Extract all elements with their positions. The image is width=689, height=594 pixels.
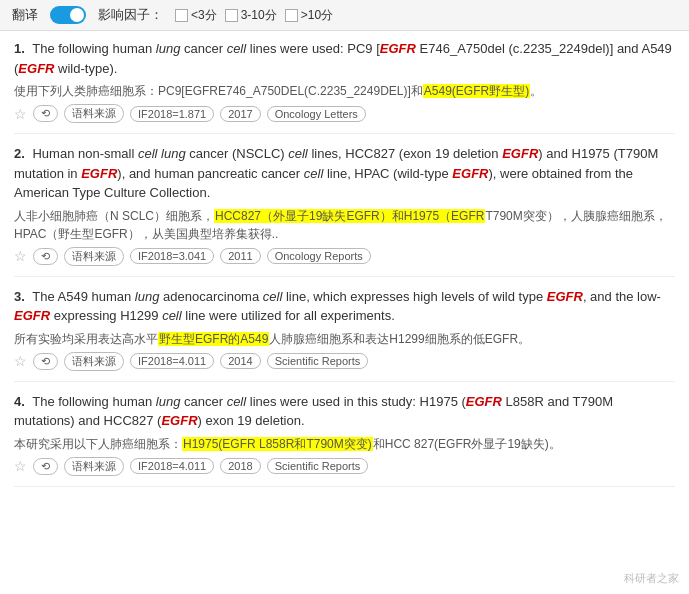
result-3-recycle[interactable]: ⟲ xyxy=(33,353,58,370)
filter-gt10[interactable]: >10分 xyxy=(285,7,333,24)
result-3-star[interactable]: ☆ xyxy=(14,353,27,369)
result-3-meta: ☆ ⟲ 语料来源 IF2018=4.011 2014 Scientific Re… xyxy=(14,352,675,371)
watermark: 科研者之家 xyxy=(624,571,679,586)
filter-3to10[interactable]: 3-10分 xyxy=(225,7,277,24)
filter-label: 影响因子： xyxy=(98,6,163,24)
top-bar: 翻译 影响因子： <3分 3-10分 >10分 xyxy=(0,0,689,31)
checkbox-lt3[interactable] xyxy=(175,9,188,22)
filter-lt3[interactable]: <3分 xyxy=(175,7,217,24)
result-1-year: 2017 xyxy=(220,106,260,122)
result-4-star[interactable]: ☆ xyxy=(14,458,27,474)
checkbox-3to10[interactable] xyxy=(225,9,238,22)
results-container: 1. The following human lung cancer cell … xyxy=(0,31,689,505)
translate-toggle[interactable] xyxy=(50,6,86,24)
filter-lt3-label: <3分 xyxy=(191,7,217,24)
result-3-cn: 所有实验均采用表达高水平野生型EGFR的A549人肺腺癌细胞系和表达H1299细… xyxy=(14,330,675,348)
toggle-knob xyxy=(70,8,84,22)
filter-options: <3分 3-10分 >10分 xyxy=(175,7,333,24)
result-4-number: 4. xyxy=(14,394,25,409)
result-item-4: 4. The following human lung cancer cell … xyxy=(14,392,675,487)
result-1-meta: ☆ ⟲ 语料来源 IF2018=1.871 2017 Oncology Lett… xyxy=(14,104,675,123)
result-4-year: 2018 xyxy=(220,458,260,474)
result-4-cn: 本研究采用以下人肺癌细胞系：H1975(EGFR L858R和T790M突变)和… xyxy=(14,435,675,453)
result-1-star[interactable]: ☆ xyxy=(14,106,27,122)
result-2-en: 2. Human non-small cell lung cancer (NSC… xyxy=(14,144,675,203)
result-4-meta: ☆ ⟲ 语料来源 IF2018=4.011 2018 Scientific Re… xyxy=(14,457,675,476)
result-2-journal: Oncology Reports xyxy=(267,248,371,264)
result-4-journal: Scientific Reports xyxy=(267,458,369,474)
result-2-cn-highlight: HCC827（外显子19缺失EGFR）和H1975（EGFR xyxy=(214,209,485,223)
result-3-source[interactable]: 语料来源 xyxy=(64,352,124,371)
filter-3to10-label: 3-10分 xyxy=(241,7,277,24)
result-item-3: 3. The A549 human lung adenocarcinoma ce… xyxy=(14,287,675,382)
result-2-source[interactable]: 语料来源 xyxy=(64,247,124,266)
result-item-1: 1. The following human lung cancer cell … xyxy=(14,39,675,134)
result-3-year: 2014 xyxy=(220,353,260,369)
result-1-recycle[interactable]: ⟲ xyxy=(33,105,58,122)
result-3-number: 3. xyxy=(14,289,25,304)
result-1-source[interactable]: 语料来源 xyxy=(64,104,124,123)
result-1-cn-highlight: A549(EGFR野生型) xyxy=(423,84,530,98)
result-1-cn: 使用下列人类肺癌细胞系：PC9[EGFRE746_A750DEL(C.2235_… xyxy=(14,82,675,100)
filter-gt10-label: >10分 xyxy=(301,7,333,24)
result-3-en: 3. The A549 human lung adenocarcinoma ce… xyxy=(14,287,675,326)
result-4-cn-highlight: H1975(EGFR L858R和T790M突变) xyxy=(182,437,373,451)
result-2-number: 2. xyxy=(14,146,25,161)
result-item-2: 2. Human non-small cell lung cancer (NSC… xyxy=(14,144,675,277)
result-3-cn-highlight: 野生型EGFR的A549 xyxy=(158,332,269,346)
result-2-meta: ☆ ⟲ 语料来源 IF2018=3.041 2011 Oncology Repo… xyxy=(14,247,675,266)
result-3-if: IF2018=4.011 xyxy=(130,353,214,369)
result-1-en: 1. The following human lung cancer cell … xyxy=(14,39,675,78)
result-2-star[interactable]: ☆ xyxy=(14,248,27,264)
translate-label: 翻译 xyxy=(12,6,38,24)
result-4-recycle[interactable]: ⟲ xyxy=(33,458,58,475)
result-2-cn: 人非小细胞肺癌（N SCLC）细胞系，HCC827（外显子19缺失EGFR）和H… xyxy=(14,207,675,243)
result-1-journal: Oncology Letters xyxy=(267,106,366,122)
result-2-recycle[interactable]: ⟲ xyxy=(33,248,58,265)
checkbox-gt10[interactable] xyxy=(285,9,298,22)
result-1-if: IF2018=1.871 xyxy=(130,106,214,122)
result-3-journal: Scientific Reports xyxy=(267,353,369,369)
result-2-if: IF2018=3.041 xyxy=(130,248,214,264)
result-4-en: 4. The following human lung cancer cell … xyxy=(14,392,675,431)
result-4-source[interactable]: 语料来源 xyxy=(64,457,124,476)
result-4-if: IF2018=4.011 xyxy=(130,458,214,474)
result-2-year: 2011 xyxy=(220,248,260,264)
result-1-number: 1. xyxy=(14,41,25,56)
